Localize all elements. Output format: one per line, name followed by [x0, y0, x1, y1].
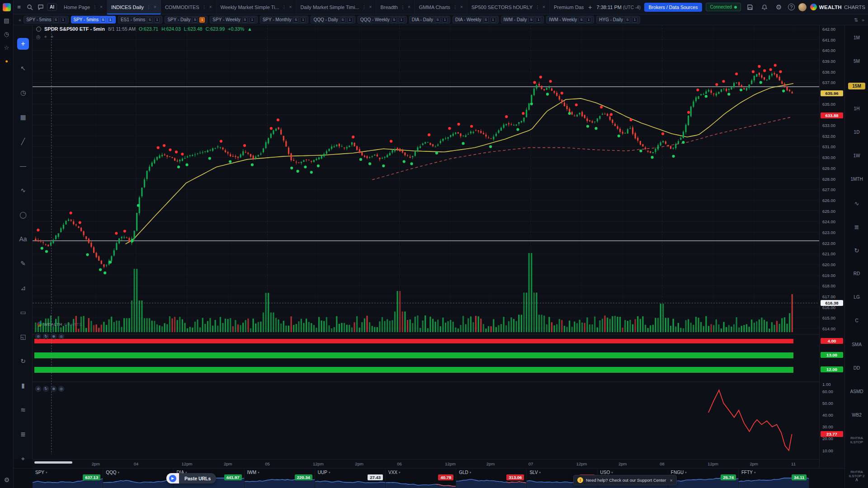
paste-urls-button[interactable]: ▶ Paste URLs — [166, 473, 216, 483]
indicators-icon[interactable]: ∿ — [845, 200, 868, 207]
panel-item-dd[interactable]: DD — [845, 366, 868, 371]
watchlist-card-spy[interactable]: SPY ▾637.13 — [33, 469, 103, 488]
chart-tab-iwm-weekly-11[interactable]: IWM - WeeklyS1 — [546, 16, 594, 23]
chip-strategy-badge[interactable]: S — [528, 17, 534, 23]
brokers-data-sources-button[interactable]: Brokers / Data Sources — [644, 3, 703, 12]
alerts-icon[interactable]: ● — [2, 56, 11, 66]
tab-close-icon[interactable]: × — [408, 5, 410, 9]
hide-pane-icon[interactable]: ⊘ — [35, 333, 41, 339]
sort-icon[interactable]: ⇅ — [854, 17, 858, 23]
toast-close-icon[interactable]: × — [669, 478, 672, 483]
chart-tab-dia-weekly-9[interactable]: DIA - WeeklyS1 — [453, 16, 499, 23]
add-pane-icon[interactable]: ⊕ — [51, 333, 57, 339]
timeframe-1m[interactable]: 1M — [845, 35, 868, 40]
chip-strategy-badge[interactable]: S — [53, 17, 59, 23]
settings-icon[interactable]: ⚙ — [0, 476, 14, 483]
eye-pane-icon[interactable]: ◎ — [58, 386, 64, 392]
chip-link-badge[interactable]: 1 — [632, 17, 637, 23]
chip-strategy-badge[interactable]: S — [100, 17, 106, 23]
panel-item-lg[interactable]: LG — [845, 295, 868, 300]
history-icon[interactable]: ◷ — [2, 29, 11, 38]
tool-zigzag-tool[interactable]: ≋ — [14, 404, 33, 416]
tab-menu-icon[interactable]: ⋮ — [362, 5, 367, 9]
workspace-tab-daily-market-simple-timi[interactable]: Daily Market Simple Timi...⋮× — [296, 0, 376, 14]
workspace-tab-commodites[interactable]: COMMODITES⋮× — [161, 0, 217, 14]
reset-pane-icon[interactable]: ↻ — [43, 333, 49, 339]
tab-menu-icon[interactable]: ⋮ — [202, 5, 207, 9]
chart-tab-spy-monthly-5[interactable]: SPY - MonthlyS1 — [260, 16, 309, 23]
tool-trend-line[interactable]: ╱ — [14, 136, 33, 147]
workspace-tab-breadth[interactable]: Breadth⋮× — [376, 0, 415, 14]
workspace-tab-indices-daily[interactable]: INDICES Daily⋮× — [107, 0, 161, 14]
app-logo[interactable] — [3, 3, 11, 11]
chart-tab-qqq-weekly-7[interactable]: QQQ - WeeklyS1 — [358, 16, 407, 23]
chips-expand-icon[interactable]: » — [862, 17, 864, 23]
panel-item-sma[interactable]: SMA — [845, 342, 868, 347]
chart-tab-qqq-daily-6[interactable]: QQQ - DailyS1 — [311, 16, 355, 23]
chart-tab-spy-5mins-0[interactable]: SPY - 5minsS1 — [24, 16, 68, 23]
workspace-tab-gmma-charts[interactable]: GMMA Charts⋮× — [415, 0, 467, 14]
tab-menu-icon[interactable]: ⋮ — [146, 5, 151, 9]
chip-link-badge[interactable]: 1 — [347, 17, 353, 23]
chip-strategy-badge[interactable]: S — [625, 17, 630, 23]
watchlist-icon[interactable]: ≣ — [845, 224, 868, 230]
favorites-icon[interactable]: ☆ — [2, 43, 11, 52]
timeframe-1h[interactable]: 1H — [845, 106, 868, 111]
target-icon[interactable]: ⌖ — [51, 34, 53, 40]
chip-strategy-badge[interactable]: S — [483, 17, 489, 23]
tool-pencil-tool[interactable]: ✎ — [14, 258, 33, 269]
chip-strategy-badge[interactable]: S — [392, 17, 397, 23]
watchlist-card-vxx[interactable]: VXX ▾40.78 — [386, 469, 456, 488]
chip-link-badge[interactable]: 1 — [154, 17, 160, 23]
price-axis[interactable]: 642.00641.00640.00639.00638.00637.00636.… — [819, 25, 844, 468]
connection-status[interactable]: Connected — [706, 3, 741, 11]
workspace-tab-premium-dash[interactable]: Premium Dash⋮× — [550, 0, 584, 14]
add-tab-button[interactable]: + — [584, 4, 596, 11]
tool-cursor[interactable]: ↖ — [14, 62, 33, 74]
chip-link-badge[interactable]: 1 — [199, 17, 205, 23]
chip-strategy-badge[interactable]: S — [435, 17, 440, 23]
chip-strategy-badge[interactable]: S — [192, 17, 198, 23]
save-icon[interactable] — [745, 2, 755, 13]
workspace-tab-weekly-market-simple-ti[interactable]: Weekly Market Simple Ti...⋮× — [217, 0, 297, 14]
chart-tab-es1-5mins-2[interactable]: ES1 - 5minsS1 — [118, 16, 162, 23]
tab-close-icon[interactable]: × — [100, 5, 103, 9]
hide-pane-icon[interactable]: ⊘ — [35, 386, 41, 392]
tool-layers-tool[interactable]: ≣ — [14, 428, 33, 440]
tool-candle-style[interactable]: ▮ — [14, 380, 33, 391]
timeframe-15m[interactable]: 15M — [848, 83, 865, 89]
panel-item-c[interactable]: C — [845, 318, 868, 323]
tab-close-icon[interactable]: × — [209, 5, 212, 9]
tab-close-icon[interactable]: × — [289, 5, 292, 9]
panel-item-wb2[interactable]: WB2 — [845, 413, 868, 418]
tab-close-icon[interactable]: × — [460, 5, 463, 9]
eye-icon[interactable]: ◎ — [36, 34, 41, 40]
chip-link-badge[interactable]: 1 — [586, 17, 591, 23]
workspace-tab-sp500-sectors-hourly[interactable]: SP500 SECTORS hOURLY⋮× — [467, 0, 550, 14]
tab-menu-icon[interactable]: ⋮ — [93, 5, 97, 9]
time-axis[interactable]: 2pm0412pm2pm0512pm2pm0612pm2pm0712pm2pm0… — [33, 459, 819, 468]
tab-menu-icon[interactable]: ⋮ — [535, 5, 540, 9]
chip-strategy-badge[interactable]: S — [579, 17, 584, 23]
timeframe-5m[interactable]: 5M — [845, 59, 868, 64]
chart-tab-iwm-daily-10[interactable]: IWM - DailyS1 — [501, 16, 544, 23]
tool-horizontal-line[interactable]: — — [14, 160, 33, 172]
tab-menu-icon[interactable]: ⋮ — [453, 5, 458, 9]
chart-tab-spy-5mins-1[interactable]: SPY - 5minsS1 — [71, 16, 116, 23]
chip-link-badge[interactable]: 1 — [250, 17, 255, 23]
pages-icon[interactable]: ▤ — [2, 16, 11, 25]
tool-wave-tool[interactable]: ∿ — [14, 184, 33, 196]
tool-eraser-tool[interactable]: ◱ — [14, 331, 33, 343]
chips-collapse-icon[interactable]: « — [16, 17, 24, 23]
tab-close-icon[interactable]: × — [542, 5, 545, 9]
h-scrollbar-thumb[interactable] — [34, 461, 72, 464]
panel-item-rhtra-ilstop-2[interactable]: RHTRA ILSTOP 2 — [847, 470, 867, 478]
chart-tab-hyg-daily-12[interactable]: HYG - DailyS1 — [596, 16, 640, 23]
chip-link-badge[interactable]: 1 — [442, 17, 448, 23]
panel-item-rhtra-ilstop[interactable]: RHTRA ILSTOP — [847, 436, 867, 444]
tab-menu-icon[interactable]: ⋮ — [401, 5, 405, 9]
ai-assistant-button[interactable]: AI — [47, 3, 57, 11]
tool-ellipse-tool[interactable]: ◯ — [14, 209, 33, 221]
tool-reset-tool[interactable]: ↻ — [14, 355, 33, 367]
chip-link-badge[interactable]: 1 — [491, 17, 496, 23]
